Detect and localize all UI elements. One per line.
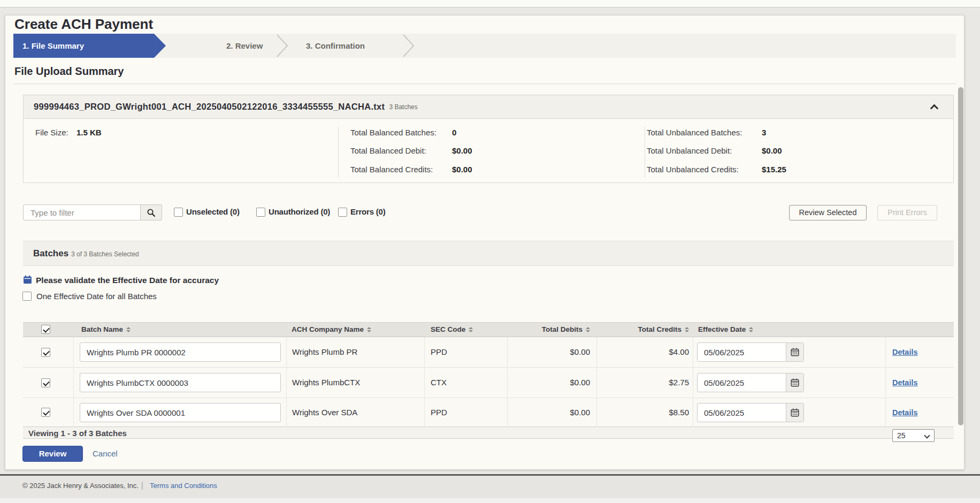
search-button[interactable] (140, 204, 162, 220)
col-batch-name[interactable]: Batch Name (81, 322, 131, 337)
errors-checkbox[interactable] (338, 208, 347, 217)
col-total-debits[interactable]: Total Debits (507, 322, 590, 337)
bottom-band (0, 498, 980, 503)
page-size-select[interactable]: 25 (892, 429, 935, 442)
debits-cell: $0.00 (507, 348, 590, 356)
one-effective-date-label: One Effective Date for all Batches (36, 292, 157, 301)
batches-subtitle: 3 of 3 Batches Selected (71, 251, 139, 257)
create-ach-payment-page: Create ACH Payment 1. File Summary 2. Re… (0, 0, 980, 503)
col-effective-date[interactable]: Effective Date (698, 322, 753, 337)
col-company-name[interactable]: ACH Company Name (292, 322, 371, 337)
validate-note: Please validate the Effective Date for a… (36, 276, 219, 285)
batch-name-input[interactable] (80, 373, 281, 392)
footer (0, 476, 980, 498)
step-file-summary-label: 1. File Summary (22, 34, 84, 58)
effective-date-input[interactable]: 05/06/2025 (697, 373, 804, 392)
sort-icon (685, 327, 689, 332)
batch-name-input[interactable] (80, 403, 281, 422)
balanced-credits-value: $0.00 (452, 165, 472, 174)
step-separator-icon (402, 34, 416, 58)
row-checkbox[interactable] (41, 348, 50, 357)
divider (73, 337, 74, 427)
terms-link[interactable]: Terms and Conditions (150, 482, 217, 490)
calendar-icon (791, 408, 799, 417)
print-errors-button[interactable]: Print Errors (877, 205, 937, 220)
date-picker-button[interactable] (786, 343, 803, 361)
credits-cell: $4.00 (606, 348, 689, 356)
effective-date-input[interactable]: 05/06/2025 (697, 342, 804, 362)
divider (693, 337, 693, 427)
divider (596, 337, 597, 427)
step-review[interactable]: 2. Review (226, 34, 263, 58)
sort-icon (367, 327, 371, 332)
details-link[interactable]: Details (892, 408, 918, 417)
select-all-checkbox[interactable] (41, 325, 50, 334)
company-cell: Wrights Plumb PR (292, 348, 357, 356)
debits-cell: $0.00 (507, 378, 590, 387)
file-size-label: File Size: (35, 128, 68, 137)
unauthorized-checkbox[interactable] (256, 208, 265, 217)
unselected-label: Unselected (0) (186, 207, 240, 217)
unbalanced-debit-label: Total Unbalanced Debit: (647, 147, 732, 155)
date-picker-button[interactable] (786, 374, 803, 392)
unbalanced-batches-label: Total Unbalanced Batches: (647, 128, 742, 137)
divider (424, 337, 425, 427)
company-cell: Wrights PlumbCTX (292, 378, 360, 387)
scrollbar[interactable] (958, 87, 963, 425)
divider (885, 337, 886, 427)
credits-cell: $2.75 (606, 378, 689, 387)
balanced-credits-label: Total Balanced Credits: (350, 165, 433, 174)
unauthorized-label: Unauthorized (0) (269, 207, 330, 217)
row-checkbox[interactable] (41, 408, 50, 417)
step-confirmation[interactable]: 3. Confirmation (306, 34, 365, 58)
step-separator-icon (275, 34, 289, 58)
details-link[interactable]: Details (892, 348, 918, 356)
row-checkbox[interactable] (41, 378, 50, 387)
divider (645, 127, 645, 178)
batches-title: Batches (33, 249, 68, 258)
debits-cell: $0.00 (507, 408, 590, 417)
top-strip (0, 0, 980, 7)
chevron-down-icon (924, 432, 930, 438)
divider (338, 127, 339, 178)
filter-input[interactable] (23, 204, 141, 220)
col-total-credits[interactable]: Total Credits (606, 322, 689, 337)
unbalanced-debit-value: $0.00 (762, 147, 782, 155)
divider (13, 83, 956, 84)
balanced-debit-label: Total Balanced Debit: (350, 147, 426, 155)
page-title: Create ACH Payment (14, 16, 153, 33)
divider (286, 337, 287, 427)
sort-icon (586, 327, 590, 332)
unbalanced-batches-value: 3 (762, 128, 766, 137)
calendar-icon (791, 348, 799, 356)
credits-cell: $8.50 (606, 408, 689, 417)
effective-date-input[interactable]: 05/06/2025 (697, 403, 804, 422)
date-picker-button[interactable] (786, 403, 803, 422)
sort-icon (469, 327, 473, 332)
file-batches-note: 3 Batches (389, 103, 417, 111)
table-header (23, 322, 954, 337)
file-panel-header[interactable]: 999994463_PROD_GWright001_ACH_2025040502… (23, 95, 954, 119)
divider: | (141, 481, 143, 490)
search-icon (147, 208, 156, 217)
batch-name-input[interactable] (80, 342, 281, 362)
file-size-value: 1.5 KB (76, 128, 102, 137)
balanced-debit-value: $0.00 (452, 147, 472, 155)
col-sec-code[interactable]: SEC Code (431, 322, 473, 337)
sec-cell: PPD (431, 408, 447, 417)
details-link[interactable]: Details (892, 378, 918, 387)
errors-label: Errors (0) (350, 207, 386, 217)
calendar-icon (23, 275, 32, 284)
cancel-link[interactable]: Cancel (93, 449, 118, 458)
batches-section-bar (23, 241, 954, 266)
balanced-batches-value: 0 (452, 128, 456, 137)
one-effective-date-checkbox[interactable] (22, 292, 32, 301)
company-cell: Wrights Over SDA (292, 408, 357, 417)
balanced-batches-label: Total Balanced Batches: (350, 128, 437, 137)
viewing-summary: Viewing 1 - 3 of 3 Batches (28, 429, 127, 438)
unselected-checkbox[interactable] (174, 208, 183, 217)
section-heading: File Upload Summary (14, 65, 124, 78)
review-selected-button[interactable]: Review Selected (789, 205, 867, 220)
copyright-text: © 2025 Jack Henry & Associates, Inc. (22, 482, 139, 490)
review-button[interactable]: Review (22, 446, 83, 462)
